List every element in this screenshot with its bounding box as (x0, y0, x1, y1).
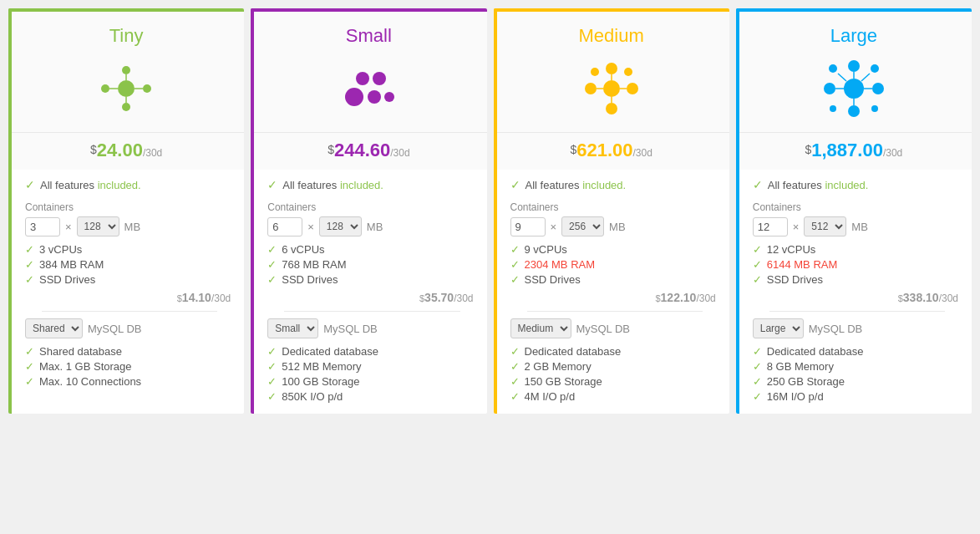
svg-point-19 (591, 68, 599, 76)
svg-point-11 (345, 88, 363, 106)
db-type-select[interactable]: Medium (510, 318, 571, 338)
db-type-select[interactable]: Small (267, 318, 318, 338)
check-icon: ✓ (753, 273, 762, 286)
db-feature-item: ✓ 4M I/O p/d (510, 390, 716, 403)
vcpus-text: 12 vCPUs (767, 243, 816, 256)
containers-label: Containers (267, 201, 473, 213)
check-icon: ✓ (267, 390, 277, 403)
db-feature-text: 16M I/O p/d (767, 390, 824, 403)
containers-row: × 512 MB (753, 216, 958, 236)
check-icon: ✓ (510, 273, 520, 286)
plan-card-small: Small $244.60/30d ✓ All features include… (251, 8, 486, 414)
x-label: × (551, 221, 557, 233)
sub-price-period: /30d (211, 292, 231, 304)
svg-point-3 (122, 66, 130, 74)
sub-price-period: /30d (454, 292, 473, 304)
db-feature-item: ✓ 250 GB Storage (753, 375, 958, 388)
plan-icon (251, 55, 486, 122)
mb-label: MB (609, 221, 626, 233)
db-feature-item: ✓ 150 GB Storage (510, 375, 716, 388)
price-amount: 244.60 (334, 140, 390, 160)
ssd-text: SSD Drives (39, 273, 95, 286)
features-included: ✓ All features included. (267, 178, 473, 191)
divider (527, 311, 703, 312)
svg-point-18 (606, 103, 617, 114)
containers-mb-select[interactable]: 128 (77, 216, 119, 236)
svg-point-13 (384, 92, 394, 102)
spec-vcpus: ✓ 12 vCPUs (753, 243, 958, 256)
plan-header: Large (736, 12, 972, 133)
db-feature-text: Dedicated database (282, 345, 378, 358)
svg-point-12 (368, 90, 381, 104)
ram-text: 2304 MB RAM (525, 258, 596, 271)
features-included: ✓ All features included. (510, 178, 716, 191)
db-feature-item: ✓ Max. 10 Connections (25, 375, 231, 388)
left-border (251, 8, 254, 414)
spec-ssd: ✓ SSD Drives (267, 273, 473, 286)
check-icon: ✓ (267, 360, 277, 373)
plan-icon (8, 55, 244, 122)
db-feature-text: 150 GB Storage (525, 375, 602, 388)
db-feature-text: 512 MB Memory (282, 360, 361, 373)
mb-label: MB (367, 221, 383, 233)
check-icon: ✓ (25, 345, 34, 358)
x-label: × (793, 221, 800, 233)
plan-title: Medium (494, 25, 729, 47)
check-icon: ✓ (753, 258, 762, 271)
sub-price-amount: 122.10 (661, 291, 697, 304)
db-type-select[interactable]: Large (753, 318, 804, 338)
db-feature-text: Dedicated database (525, 345, 622, 358)
svg-point-2 (143, 84, 151, 93)
check-icon: ✓ (267, 243, 277, 256)
svg-point-16 (627, 83, 638, 94)
db-features-list: ✓ Shared database ✓ Max. 1 GB Storage ✓ … (25, 345, 231, 388)
plan-card-tiny: Tiny $24.00/30d ✓ All features included.… (8, 8, 244, 414)
plan-price: $1,887.00/30d (805, 146, 902, 159)
check-icon: ✓ (510, 258, 520, 271)
plan-icon (494, 55, 729, 122)
containers-count-input[interactable] (753, 217, 788, 236)
price-period: /30d (390, 147, 409, 159)
check-icon: ✓ (753, 375, 762, 388)
vcpus-text: 9 vCPUs (525, 243, 567, 256)
ram-text: 768 MB RAM (282, 258, 346, 271)
divider (42, 311, 217, 312)
containers-label: Containers (25, 201, 231, 213)
db-feature-item: ✓ 100 GB Storage (267, 375, 473, 388)
sub-price: $122.10/30d (510, 291, 716, 304)
svg-point-31 (871, 64, 879, 73)
db-type-select[interactable]: Shared (25, 318, 83, 338)
vcpus-text: 3 vCPUs (39, 243, 82, 256)
db-feature-item: ✓ Shared database (25, 345, 231, 358)
check-icon: ✓ (510, 375, 520, 388)
containers-mb-select[interactable]: 512 (804, 216, 846, 236)
x-label: × (307, 221, 314, 233)
containers-mb-select[interactable]: 128 (319, 216, 362, 236)
sub-price: $338.10/30d (753, 291, 958, 304)
plan-title: Large (736, 25, 972, 47)
svg-point-0 (118, 80, 135, 97)
db-feature-text: 100 GB Storage (282, 375, 359, 388)
db-row: Shared MySQL DB (25, 318, 231, 338)
features-included: ✓ All features included. (25, 178, 231, 191)
plan-price-block: $621.00/30d (494, 133, 729, 170)
ssd-text: SSD Drives (282, 273, 338, 286)
svg-point-30 (829, 64, 837, 73)
containers-count-input[interactable] (267, 217, 302, 236)
plan-icon (736, 55, 972, 122)
spec-vcpus: ✓ 6 vCPUs (267, 243, 473, 256)
sub-price: $14.10/30d (25, 291, 231, 304)
containers-count-input[interactable] (510, 217, 546, 236)
db-label: MySQL DB (323, 323, 378, 335)
containers-mb-select[interactable]: 256 (561, 216, 604, 236)
svg-point-32 (830, 105, 836, 112)
check-icon: ✓ (267, 178, 277, 191)
db-row: Medium MySQL DB (510, 318, 716, 338)
db-row: Small MySQL DB (267, 318, 473, 338)
features-highlight: included. (340, 179, 383, 191)
left-border (8, 8, 12, 414)
containers-count-input[interactable] (25, 217, 60, 236)
plan-header: Small (251, 12, 486, 133)
price-dollar: $ (328, 143, 334, 156)
db-feature-item: ✓ 512 MB Memory (267, 360, 473, 373)
